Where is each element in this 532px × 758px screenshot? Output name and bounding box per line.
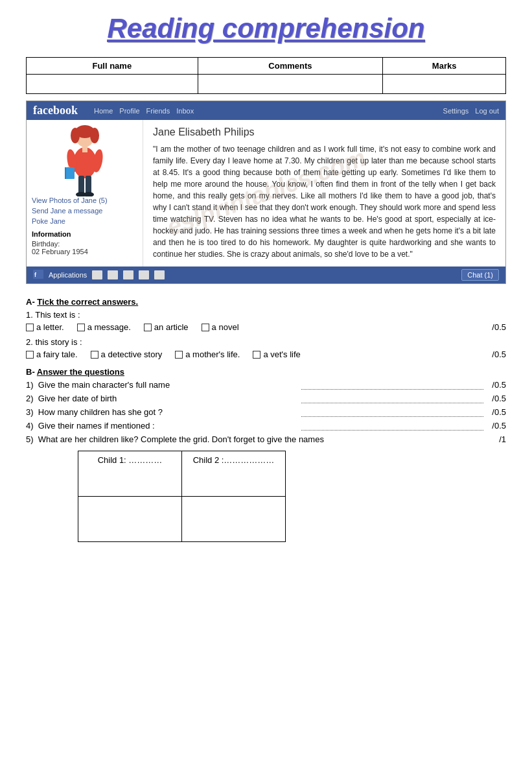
q2-option-4-label: a vet's life — [263, 349, 300, 359]
fb-nav-inbox[interactable]: Inbox — [176, 107, 194, 115]
fb-info-section: Information Birthday: 02 February 1954 — [32, 230, 137, 255]
section-b-q5-text: 5) What are her children like? Complete … — [26, 434, 487, 444]
q1-checkbox-3[interactable] — [144, 324, 152, 331]
section-b-q5: 5) What are her children like? Complete … — [26, 434, 506, 444]
svg-point-14 — [84, 192, 94, 196]
fullname-cell[interactable] — [27, 75, 198, 94]
header-fullname: Full name — [27, 58, 198, 75]
section-a-label: A- Tick the correct answers. — [26, 297, 506, 307]
svg-point-2 — [71, 128, 80, 143]
section-b-q2-label: Give her date of birth — [38, 394, 117, 403]
section-b-q5-num: 5) — [26, 434, 34, 444]
header-marks: Marks — [383, 58, 506, 75]
facebook-mockup: facebook Home Profile Friends Inbox Sett… — [26, 101, 506, 284]
section-b-q3: 3) How many children has she got ? /0.5 — [26, 407, 506, 417]
grid-child2-header: Child 2 :……………… — [182, 451, 286, 497]
fb-poke[interactable]: Poke Jane — [32, 217, 137, 225]
q2-checkbox-2[interactable] — [91, 351, 98, 359]
q1-option-2-label: a message. — [87, 322, 131, 332]
section-b-q3-num: 3) — [26, 407, 34, 417]
q1-option-3-label: an article — [154, 322, 189, 332]
section-b-q1-dots — [301, 381, 483, 390]
fb-bottom-icon3 — [108, 270, 118, 279]
fb-info-title: Information — [32, 230, 137, 238]
children-grid: Child 1: ………… Child 2 :……………… — [78, 451, 286, 542]
section-b-q4-text: 4) Give their names if mentioned : — [26, 421, 298, 431]
grid-child1-cell[interactable] — [78, 497, 182, 542]
fb-send-message[interactable]: Send Jane a message — [32, 207, 137, 215]
q1-checkbox-2[interactable] — [77, 324, 85, 331]
section-b-q4-dots — [301, 421, 483, 431]
section-b-q1-score: /0.5 — [487, 380, 506, 390]
section-b-prefix: B- — [26, 367, 35, 377]
fb-post-text: "I am the mother of two teenage children… — [153, 143, 496, 260]
fb-navbar: facebook Home Profile Friends Inbox Sett… — [27, 101, 505, 120]
q2-option-1: a fairy tale. — [26, 349, 78, 359]
fb-chat-button[interactable]: Chat (1) — [461, 269, 499, 281]
section-b-q2-dots — [301, 394, 483, 403]
q1-option-3: an article — [144, 322, 189, 332]
grid-child1-header: Child 1: ………… — [78, 451, 182, 497]
section-b-q2-num: 2) — [26, 394, 34, 403]
fb-logo: facebook — [33, 104, 78, 117]
q1-checkbox-1[interactable] — [26, 324, 34, 331]
fb-settings[interactable]: Settings — [443, 107, 469, 115]
section-a-prefix: A- — [26, 297, 35, 307]
section-b-label: B- Answer the questions — [26, 367, 506, 377]
questions-section: A- Tick the correct answers. 1. This tex… — [26, 294, 506, 545]
section-b-title: Answer the questions — [37, 367, 124, 377]
section-b-q3-text: 3) How many children has she got ? — [26, 407, 298, 417]
fb-main-content: Jane Elisabeth Philips "I am the mother … — [143, 120, 505, 266]
fb-nav-right: Settings Log out — [443, 107, 499, 115]
fb-nav-links: Home Profile Friends Inbox — [94, 107, 434, 115]
section-b-q4-score: /0.5 — [487, 421, 506, 431]
section-b-q4: 4) Give their names if mentioned : /0.5 — [26, 421, 506, 431]
fb-view-photos[interactable]: View Photos of Jane (5) — [32, 196, 137, 204]
q1-option-2: a message. — [77, 322, 131, 332]
q2-checkbox-3[interactable] — [175, 351, 183, 359]
q1-score: /0.5 — [492, 322, 506, 332]
svg-rect-9 — [65, 167, 75, 179]
q2-option-4: a vet's life — [253, 349, 300, 359]
section-b-q2-text: 2) Give her date of birth — [26, 394, 298, 403]
section-b-q2-score: /0.5 — [487, 394, 506, 403]
section-b-q3-score: /0.5 — [487, 407, 506, 417]
q1-option-1: a letter. — [26, 322, 64, 332]
svg-rect-5 — [82, 146, 87, 152]
q2-checkbox-1[interactable] — [26, 351, 34, 359]
section-b-q4-label: Give their names if mentioned : — [38, 421, 155, 431]
q2-option-3-label: a mother's life. — [185, 349, 240, 359]
fb-bottom-icon2 — [92, 270, 102, 279]
section-a: A- Tick the correct answers. 1. This tex… — [26, 297, 506, 359]
comments-cell[interactable] — [198, 75, 383, 94]
fb-logout[interactable]: Log out — [475, 107, 499, 115]
q2-text: 2. this story is : — [26, 337, 506, 347]
fb-birthday-label: Birthday: — [32, 240, 137, 248]
page-title: Reading comprehension — [26, 13, 506, 44]
fb-profile-name: Jane Elisabeth Philips — [153, 126, 496, 138]
q2-option-2-label: a detective story — [101, 349, 163, 359]
q1-option-1-label: a letter. — [36, 322, 64, 332]
section-b-q1: 1) Give the main character's full name /… — [26, 380, 506, 390]
fb-bottom-icon4 — [123, 270, 133, 279]
fb-nav-home[interactable]: Home — [94, 107, 113, 115]
fb-sidebar-links: View Photos of Jane (5) Send Jane a mess… — [32, 196, 137, 225]
fb-nav-profile[interactable]: Profile — [119, 107, 139, 115]
q2-checkbox-4[interactable] — [253, 351, 260, 359]
header-table: Full name Comments Marks — [26, 57, 506, 94]
grid-child2-cell[interactable] — [182, 497, 286, 542]
fb-bottom-icon6 — [154, 270, 165, 279]
section-b: B- Answer the questions 1) Give the main… — [26, 367, 506, 542]
fb-bottom-bar: f Applications Chat (1) — [27, 266, 505, 283]
section-b-q3-dots — [301, 408, 483, 417]
q1-checkbox-4[interactable] — [202, 324, 209, 331]
section-b-q2: 2) Give her date of birth /0.5 — [26, 394, 506, 403]
fb-nav-friends[interactable]: Friends — [146, 107, 170, 115]
section-b-q4-num: 4) — [26, 421, 34, 431]
marks-cell[interactable] — [383, 75, 506, 94]
section-b-q1-text: 1) Give the main character's full name — [26, 380, 298, 390]
q2-options: a fairy tale. a detective story a mother… — [26, 349, 506, 359]
fb-applications-label[interactable]: Applications — [49, 271, 87, 279]
section-b-q3-label: How many children has she got ? — [38, 407, 163, 417]
q1-text: 1. This text is : — [26, 310, 506, 320]
